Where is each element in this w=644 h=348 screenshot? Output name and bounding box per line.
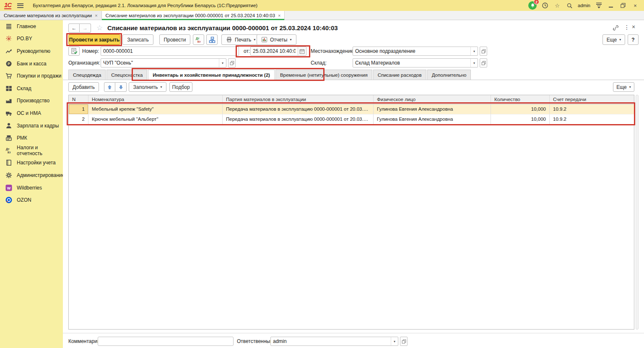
document-check-icon [71,48,78,55]
tab-spisanie-rashodov[interactable]: Списание расходов [373,70,426,80]
reports-button[interactable]: Отчеты▾ [257,34,296,45]
boxes-icon [5,85,12,92]
warehouse-open-button[interactable] [480,58,487,68]
document-tabs: Спецодежда Спецоснастка Инвентарь и хозя… [63,70,644,80]
tab-inventar[interactable]: Инвентарь и хозяйственные принадлежности… [148,70,275,80]
table-row[interactable]: 1 Мебельный крепеж "Safety" Передача мат… [69,104,634,114]
column-header-n[interactable]: N [69,95,88,104]
sidebar-item-rmk[interactable]: РМК [0,132,63,144]
current-user[interactable]: admin [578,3,590,8]
chevron-down-icon[interactable]: ▾ [219,59,226,67]
window-tab-label: Списание материалов из эксплуатации 0000… [106,13,275,18]
close-window-button[interactable]: × [631,2,639,9]
organization-input[interactable] [101,59,219,67]
window-tab-list[interactable]: Списание материалов из эксплуатации × [0,11,102,20]
tab-dopolnitelno[interactable]: Дополнительно [427,70,471,80]
search-icon[interactable] [566,2,573,9]
column-header-account[interactable]: Счет передачи [550,95,634,104]
form-scrollbar[interactable] [636,95,639,330]
move-row-up-button[interactable] [104,82,115,92]
responsible-input[interactable] [271,337,391,345]
warehouse-field[interactable]: ▾ [353,58,478,68]
date-field[interactable] [250,47,306,56]
move-row-down-button[interactable] [115,82,127,92]
sidebar-item-nalogi-i-otchetnost[interactable]: ДтКт Налоги и отчетность [0,144,63,157]
post-and-close-button[interactable]: Провести и закрыть [68,34,120,45]
form-more-button[interactable]: Еще▾ [602,34,625,45]
service-menu-icon[interactable] [595,2,602,9]
sidebar-item-wildberries[interactable]: W Wildberries [0,182,63,194]
comment-field[interactable] [98,337,234,346]
print-button[interactable]: Печать▾ [221,34,260,45]
show-postings-dt-kt-button[interactable]: ДтКт [193,34,204,45]
number-field[interactable] [101,47,239,56]
sidebar-item-rukovoditelyu[interactable]: Руководителю [0,45,63,57]
sidebar-item-ozon[interactable]: OZON [0,194,63,206]
comment-input[interactable] [98,337,233,345]
chevron-down-icon[interactable]: ▾ [391,337,398,345]
location-input[interactable] [353,47,470,55]
get-link-icon[interactable] [613,25,619,33]
tab-close-icon[interactable]: × [278,13,280,18]
history-icon[interactable] [541,2,549,9]
column-header-nomenclature[interactable]: Номенклатура [88,95,223,104]
sidebar-item-proizvodstvo[interactable]: Производство [0,95,63,107]
tab-specodezhda[interactable]: Спецодежда [68,70,106,80]
tab-vremennye-sooruzheniya[interactable]: Временные (нетитульные) сооружения [275,70,372,80]
favorites-star-icon[interactable]: ☆ [553,2,561,9]
responsible-field[interactable]: ▾ [270,337,398,346]
location-field[interactable]: ▾ [353,47,478,56]
chevron-down-icon[interactable]: ▾ [470,59,478,67]
sidebar-item-nastroiki-ucheta[interactable]: Настройки учета [0,157,63,169]
sidebar-item-os-i-nma[interactable]: ОС и НМА [0,107,63,119]
nav-back-button[interactable]: ← [68,23,80,33]
sidebar-item-po-by[interactable]: PO.BY [0,33,63,45]
column-header-batch[interactable]: Партия материалов в эксплуатации [223,95,374,104]
sidebar-item-zarplata-i-kadry[interactable]: Зарплата и кадры [0,119,63,132]
create-based-on-button[interactable] [68,47,80,56]
cell-batch: Передача материалов в эксплуатацию 0000-… [223,114,374,125]
help-button[interactable]: ? [628,34,639,45]
close-form-button[interactable]: × [632,23,635,30]
cell-qty: 10,000 [491,114,550,125]
organization-field[interactable]: ▾ [101,58,226,68]
kebab-menu-icon[interactable]: ⋮ [624,24,630,31]
column-header-qty[interactable]: Количество [491,95,550,104]
warehouse-label: Склад: [311,60,327,66]
sidebar-item-glavnoe[interactable]: Главное [0,20,63,33]
tab-close-icon[interactable]: × [95,13,97,18]
main-menu-icon[interactable] [17,3,23,8]
table-row[interactable]: 2 Крючок мебельный "Альберт" Передача ма… [69,114,634,125]
window-tab-document[interactable]: Списание материалов из эксплуатации 0000… [102,11,285,20]
responsible-open-button[interactable] [400,337,408,346]
notifications-bell-icon[interactable]: 2 [528,1,537,10]
chevron-down-icon[interactable]: ▾ [470,47,478,55]
pick-button[interactable]: Подбор [169,82,192,92]
restore-button[interactable] [619,2,627,9]
sidebar-item-pokupki-i-prodazhi[interactable]: Покупки и продажи [0,70,63,82]
arrow-down-icon [119,85,123,90]
favorite-star-icon[interactable]: ☆ [96,23,103,32]
table-more-button[interactable]: Еще▾ [613,82,634,92]
number-input[interactable] [101,47,239,55]
post-button[interactable]: Провести [159,34,190,45]
sidebar-item-bank-i-kassa[interactable]: Р Банк и касса [0,57,63,70]
svg-text:Кт: Кт [8,151,11,154]
organization-open-button[interactable] [228,58,236,68]
minimize-button[interactable] [607,2,615,9]
date-input[interactable] [251,47,298,55]
nav-forward-button[interactable]: → [80,23,91,33]
document-structure-button[interactable] [206,34,218,45]
add-row-button[interactable]: Добавить [68,82,99,92]
warehouse-input[interactable] [353,59,470,67]
sidebar-item-sklad[interactable]: Склад [0,82,63,95]
tab-specosnastka[interactable]: Спецоснастка [106,70,147,80]
cell-person: Гулинова Евгения Александровна [374,114,491,125]
fill-button[interactable]: Заполнить▾ [129,82,166,92]
number-label: Номер: [82,48,99,54]
column-header-person[interactable]: Физическое лицо [374,95,491,104]
calendar-icon[interactable] [298,47,306,55]
location-open-button[interactable] [480,47,487,56]
save-button[interactable]: Записать [122,34,153,45]
sidebar-item-administrirovanie[interactable]: Администрирование [0,169,63,182]
